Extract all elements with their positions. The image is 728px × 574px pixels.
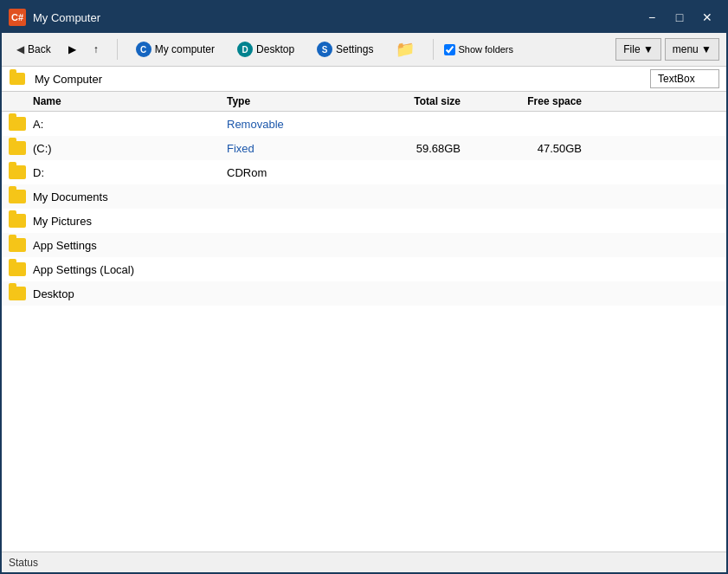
folder-icon: [9, 262, 26, 276]
status-text: Status: [9, 557, 38, 569]
show-folders-label: Show folders: [458, 44, 513, 55]
folder-icon: [9, 165, 26, 179]
file-menu-area: File ▼ menu ▼: [615, 38, 719, 61]
settings-button[interactable]: S Settings: [309, 38, 381, 61]
refresh-button[interactable]: ↑: [86, 40, 106, 59]
file-list: A: Removable (C:) Fixed 59.68GB 47.50GB …: [2, 112, 726, 551]
table-row[interactable]: App Settings: [2, 233, 726, 257]
minimize-button[interactable]: −: [640, 7, 664, 28]
cell-name: A:: [2, 117, 227, 131]
title-bar-controls: − □ ✕: [640, 7, 719, 28]
back-arrow-icon: ◀: [16, 43, 24, 55]
column-header-total-size: Total size: [365, 95, 478, 107]
cell-name: My Pictures: [2, 214, 227, 228]
extra-button[interactable]: 📁: [388, 36, 422, 62]
cell-name-text: App Settings (Local): [33, 263, 134, 276]
window-title: My Computer: [33, 11, 100, 24]
cell-name: App Settings (Local): [2, 262, 227, 276]
cell-name-text: Desktop: [33, 287, 74, 300]
forward-arrow-icon: ▶: [68, 43, 76, 55]
cell-total-size: 59.68GB: [365, 142, 478, 155]
settings-label: Settings: [336, 43, 373, 55]
settings-icon: S: [317, 42, 332, 57]
show-folders-area: Show folders: [444, 44, 513, 55]
toolbar: ◀ Back ▶ ↑ C My computer D Desktop S Set…: [2, 33, 726, 67]
cell-name-text: D:: [33, 166, 44, 179]
folder-icon: [9, 117, 26, 131]
folder-open-icon: 📁: [396, 40, 415, 59]
table-row[interactable]: Desktop: [2, 281, 726, 306]
cell-name-text: My Documents: [33, 190, 108, 203]
file-dropdown-button[interactable]: File ▼: [615, 38, 661, 61]
my-computer-label: My computer: [155, 43, 215, 55]
desktop-label: Desktop: [256, 43, 294, 55]
address-text: My Computer: [28, 70, 650, 88]
table-row[interactable]: App Settings (Local): [2, 257, 726, 281]
cell-name-text: A:: [33, 118, 43, 131]
toolbar-separator-2: [433, 39, 434, 60]
nav-back-area: ◀ Back ▶ ↑: [9, 40, 106, 59]
cell-free-space: 47.50GB: [478, 142, 590, 155]
desktop-icon: D: [237, 42, 253, 57]
show-folders-checkbox[interactable]: [444, 44, 455, 55]
file-list-header: Name Type Total size Free space: [2, 92, 726, 112]
column-header-type: Type: [227, 95, 365, 107]
address-bar: My Computer: [2, 67, 726, 92]
cell-name: (C:): [2, 141, 227, 155]
title-bar-left: C# My Computer: [9, 9, 100, 26]
refresh-icon: ↑: [93, 43, 99, 55]
folder-icon: [9, 214, 26, 228]
app-icon: C#: [9, 9, 26, 26]
address-textbox[interactable]: [650, 69, 719, 88]
cell-name-text: (C:): [33, 142, 52, 155]
cell-type: Fixed: [227, 142, 365, 155]
cell-name-text: My Pictures: [33, 215, 92, 228]
column-header-name: Name: [2, 95, 227, 107]
folder-icon: [9, 287, 26, 300]
my-computer-button[interactable]: C My computer: [128, 38, 222, 61]
close-button[interactable]: ✕: [695, 7, 719, 28]
cell-name-text: App Settings: [33, 239, 97, 252]
back-button[interactable]: ◀ Back: [9, 40, 59, 59]
table-row[interactable]: My Pictures: [2, 209, 726, 233]
main-window: C# My Computer − □ ✕ ◀ Back ▶ ↑ C My c: [0, 0, 728, 574]
cell-type: CDRom: [227, 166, 365, 179]
desktop-button[interactable]: D Desktop: [229, 38, 302, 61]
status-bar: Status: [2, 551, 726, 572]
toolbar-separator-1: [117, 39, 118, 60]
cell-name: App Settings: [2, 238, 227, 252]
folder-small-icon: [10, 73, 25, 85]
title-bar: C# My Computer − □ ✕: [2, 2, 726, 33]
back-label: Back: [28, 43, 51, 55]
table-row[interactable]: (C:) Fixed 59.68GB 47.50GB: [2, 136, 726, 160]
menu-dropdown-button[interactable]: menu ▼: [665, 38, 719, 61]
cell-name: Desktop: [2, 287, 227, 300]
my-computer-icon: C: [136, 42, 151, 57]
column-header-free-space: Free space: [478, 95, 590, 107]
cell-name: D:: [2, 165, 227, 179]
table-row[interactable]: A: Removable: [2, 112, 726, 136]
folder-icon: [9, 190, 26, 203]
maximize-button[interactable]: □: [667, 7, 692, 28]
address-folder-icon: [7, 68, 28, 89]
table-row[interactable]: D: CDRom: [2, 160, 726, 184]
cell-type: Removable: [227, 118, 365, 131]
cell-name: My Documents: [2, 190, 227, 203]
folder-icon: [9, 238, 26, 252]
folder-icon: [9, 141, 26, 155]
table-row[interactable]: My Documents: [2, 184, 726, 209]
forward-button[interactable]: ▶: [61, 40, 84, 59]
